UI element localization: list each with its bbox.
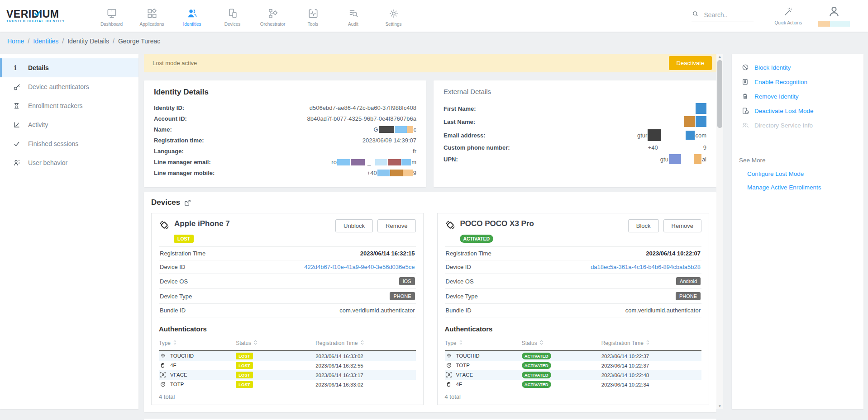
see-more-heading: See More <box>732 157 863 164</box>
clock-icon <box>446 362 452 368</box>
external-link-icon[interactable] <box>184 199 191 206</box>
fingerprint-icon <box>160 353 166 359</box>
audit-icon <box>348 8 359 19</box>
nav-item-audit[interactable]: Audit <box>333 5 373 27</box>
unblock-button[interactable]: Unblock <box>335 219 373 232</box>
scrollbar-thumb[interactable] <box>717 60 722 128</box>
device-name: POCO POCO X3 Pro <box>460 219 534 228</box>
nav-item-devices[interactable]: Devices <box>212 5 253 27</box>
column-header-status[interactable]: Status <box>236 336 315 351</box>
authenticator-registration-time: 2023/06/14 10:22:37 <box>601 361 701 370</box>
detail-value-text: com <box>695 132 706 139</box>
authenticator-type-label: TOUCHID <box>456 353 480 359</box>
link-manage-active-enrollments[interactable]: Manage Active Enrollments <box>732 184 863 191</box>
brand-logo[interactable]: VERIDIUM TRUSTED DIGITAL IDENTITY <box>0 9 83 23</box>
redacted-block <box>407 126 413 133</box>
detail-label: Line manager email: <box>154 159 251 165</box>
hand-icon <box>446 381 452 387</box>
quick-actions-button[interactable]: Quick Actions <box>774 6 802 25</box>
detail-value-text: gtur <box>637 132 647 139</box>
authenticator-status-badge: ACTIVATED <box>522 372 551 378</box>
nav-item-tools[interactable]: Tools <box>293 5 333 27</box>
remove-button[interactable]: Remove <box>663 219 701 232</box>
nav-item-applications[interactable]: Applications <box>132 5 172 27</box>
column-header-status[interactable]: Status <box>522 336 601 351</box>
face-icon <box>446 372 452 378</box>
authenticator-status-badge: LOST <box>236 353 253 359</box>
top-bar: VERIDIUM TRUSTED DIGITAL IDENTITY Dashbo… <box>0 0 868 32</box>
authenticator-status-badge: LOST <box>236 372 253 378</box>
nav-item-label: Settings <box>385 22 401 27</box>
nav-item-settings[interactable]: Settings <box>373 5 414 27</box>
action-enable-recognition[interactable]: Enable Recognition <box>732 75 863 89</box>
breadcrumb-item-identities[interactable]: Identities <box>33 38 58 45</box>
sidebar-item-finished-sessions[interactable]: Finished sessions <box>0 134 138 153</box>
redacted-block <box>351 159 365 165</box>
deactivate-button[interactable]: Deactivate <box>669 56 712 70</box>
breadcrumb-item-home[interactable]: Home <box>7 38 24 45</box>
detail-value-text: 9 <box>703 144 706 151</box>
authenticator-type-label: 4F <box>456 382 462 387</box>
column-header-label: Registration Time <box>315 340 358 346</box>
nav-item-orchestrator[interactable]: Orchestrator <box>253 5 293 27</box>
magic-wand-icon <box>783 6 794 19</box>
scroll-up-arrow[interactable]: ▲ <box>716 54 723 60</box>
action-directory-service-info: Directory Service Info <box>732 118 863 132</box>
detail-row: Language:fr <box>154 147 416 156</box>
action-deactivate-lost-mode[interactable]: Deactivate Lost Mode <box>732 104 863 118</box>
quick-actions-label: Quick Actions <box>774 20 802 25</box>
column-header-registration-time[interactable]: Registration Time <box>315 336 415 351</box>
device-field-value: com.veridiumid.authenticator <box>625 307 701 314</box>
nav-item-identities[interactable]: Identities <box>172 5 212 27</box>
authenticator-row: VFACELOST2023/06/14 16:33:17 <box>159 370 416 380</box>
sidebar-item-details[interactable]: iDetails <box>0 58 138 77</box>
block-button[interactable]: Block <box>628 219 659 232</box>
authenticator-row: TOTPACTIVATED2023/06/14 10:22:37 <box>445 361 702 370</box>
lost-mode-banner-text: Lost mode active <box>153 60 197 66</box>
authenticator-type-label: TOUCHID <box>170 353 194 359</box>
column-header-type[interactable]: Type <box>445 336 522 351</box>
key-icon <box>13 83 21 91</box>
detail-value-text: fr <box>413 148 416 155</box>
column-header-registration-time[interactable]: Registration Time <box>601 336 701 351</box>
remove-button[interactable]: Remove <box>377 219 415 232</box>
authenticator-row: 4FLOST2023/06/14 16:32:55 <box>159 361 416 370</box>
action-remove-identity[interactable]: Remove Identity <box>732 89 863 104</box>
detail-value-text: d506ebd7-ae86-472c-ba60-37ff988fc408 <box>310 104 416 111</box>
authenticator-type: TOUCHID <box>159 353 194 359</box>
sidebar-item-user-behavior[interactable]: User behavior <box>0 153 138 172</box>
sidebar-item-label: User behavior <box>28 159 67 166</box>
device-field-value: 2023/06/14 16:32:15 <box>360 250 415 257</box>
detail-label: Last Name: <box>444 118 541 125</box>
nav-item-dashboard[interactable]: Dashboard <box>91 5 132 27</box>
authenticator-registration-time: 2023/06/14 10:22:34 <box>601 380 701 389</box>
table-header-row: TypeStatusRegistration Time <box>445 336 702 351</box>
search-input[interactable] <box>703 11 754 19</box>
sidebar-item-label: Details <box>28 64 49 71</box>
device-card-header: Apple iPhone 7UnblockRemove <box>159 219 416 232</box>
authenticator-status-badge: LOST <box>236 381 253 388</box>
authenticator-type-label: 4F <box>170 363 176 368</box>
device-id-link[interactable]: 422d4b67-f10e-41a9-9e40-3e56d036e5ce <box>304 264 415 270</box>
device-field-label: Device OS <box>160 278 188 285</box>
devices-section-title: Devices <box>151 198 709 207</box>
sidebar-item-device-authenticators[interactable]: Device authenticators <box>0 77 138 96</box>
search-box[interactable] <box>692 10 754 22</box>
column-header-label: Type <box>445 340 457 346</box>
column-header-type[interactable]: Type <box>159 336 236 351</box>
sidebar-item-activity[interactable]: Activity <box>0 115 138 134</box>
action-block-identity[interactable]: Block Identity <box>732 60 863 75</box>
device-id-link[interactable]: da18ec5a-361a-4c16-b4b6-894cbafa5b28 <box>591 264 701 270</box>
sidebar-item-enrollment-trackers[interactable]: Enrollment trackers <box>0 96 138 115</box>
device-field-row: Device OSiOS <box>159 274 416 289</box>
settings-icon <box>388 8 400 19</box>
detail-row: UPN:gtual <box>444 154 706 164</box>
device-clock-icon <box>742 107 749 114</box>
link-configure-lost-mode[interactable]: Configure Lost Mode <box>732 170 863 177</box>
detail-value-text: G <box>373 126 378 133</box>
scroll-down-arrow[interactable]: ▼ <box>716 403 723 409</box>
detail-label: Registration time: <box>154 137 251 144</box>
detail-value-text: gtu <box>660 156 668 163</box>
user-menu[interactable] <box>818 5 850 27</box>
authenticator-type-label: TOTP <box>456 363 470 368</box>
